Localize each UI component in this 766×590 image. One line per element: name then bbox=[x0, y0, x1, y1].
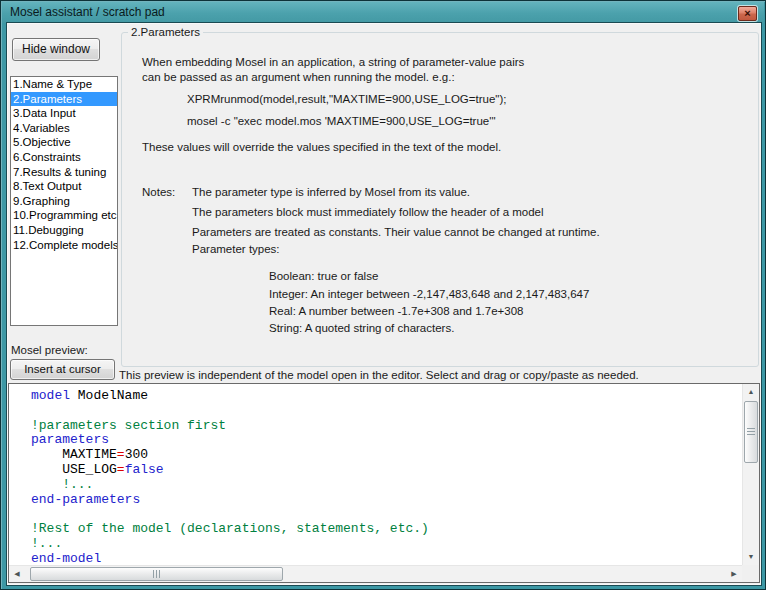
insert-at-cursor-button[interactable]: Insert at cursor bbox=[10, 359, 115, 380]
scroll-right-icon: ▶ bbox=[731, 570, 736, 577]
listbox-item-9[interactable]: 9.Graphing bbox=[11, 194, 117, 209]
listbox-item-5[interactable]: 5.Objective bbox=[11, 135, 117, 150]
scroll-down-icon: ▼ bbox=[748, 553, 755, 560]
scroll-right-button[interactable]: ▶ bbox=[726, 566, 742, 582]
type-real: Real: A number between -1.7e+308 and 1.7… bbox=[269, 304, 523, 319]
listbox-item-1[interactable]: 1.Name & Type bbox=[11, 77, 117, 92]
scrollbar-corner bbox=[742, 565, 759, 582]
close-icon: × bbox=[744, 7, 750, 19]
preview-hint: This preview is independent of the model… bbox=[119, 369, 639, 381]
groupbox-title: 2.Parameters bbox=[128, 26, 203, 38]
code-line: MAXTIME=300 bbox=[31, 448, 741, 463]
code-token-keyword: end-model bbox=[31, 551, 101, 565]
title-bar[interactable]: Mosel assistant / scratch pad × bbox=[2, 2, 764, 23]
code-token-comment: !... bbox=[31, 536, 62, 551]
thumb-grip-icon bbox=[153, 570, 161, 578]
note-line-4: Parameter types: bbox=[192, 242, 280, 257]
section-listbox[interactable]: 1.Name & Type2.Parameters3.Data Input4.V… bbox=[10, 76, 118, 326]
scroll-left-icon: ◀ bbox=[14, 570, 19, 577]
code-line: !Rest of the model (declarations, statem… bbox=[31, 522, 741, 537]
mosel-assistant-window: Mosel assistant / scratch pad × Hide win… bbox=[0, 0, 766, 590]
listbox-item-7[interactable]: 7.Results & tuning bbox=[11, 165, 117, 180]
notes-label: Notes: bbox=[142, 185, 175, 200]
vertical-scrollbar[interactable]: ▲ ▼ bbox=[742, 384, 759, 565]
code-token-keyword: false bbox=[125, 462, 164, 477]
code-editor[interactable]: model ModelName !parameters section firs… bbox=[9, 384, 741, 565]
example-api-call: XPRMrunmod(model,result,"MAXTIME=900,USE… bbox=[187, 92, 506, 107]
code-line: !... bbox=[31, 537, 741, 552]
intro-line-1: When embedding Mosel in an application, … bbox=[142, 55, 524, 70]
mosel-preview-label: Mosel preview: bbox=[11, 344, 88, 356]
code-token-plain: ModelName bbox=[70, 388, 148, 403]
vertical-scroll-thumb[interactable] bbox=[744, 401, 758, 463]
type-integer: Integer: An integer between -2,147,483,6… bbox=[269, 287, 589, 302]
code-token-operator: = bbox=[117, 447, 125, 462]
code-token-comment: !Rest of the model (declarations, statem… bbox=[31, 521, 429, 536]
code-token-keyword: parameters bbox=[31, 432, 109, 447]
horizontal-scrollbar[interactable]: ◀ ▶ bbox=[9, 565, 742, 582]
code-token-operator: = bbox=[117, 462, 125, 477]
scroll-up-button[interactable]: ▲ bbox=[743, 384, 759, 400]
scroll-down-button[interactable]: ▼ bbox=[743, 549, 759, 565]
note-line-2: The parameters block must immediately fo… bbox=[192, 205, 544, 220]
listbox-item-12[interactable]: 12.Complete models bbox=[11, 238, 117, 253]
code-line bbox=[31, 507, 741, 522]
code-line: parameters bbox=[31, 433, 741, 448]
code-token-comment: !... bbox=[31, 477, 93, 492]
type-string: String: A quoted string of characters. bbox=[269, 321, 454, 336]
type-boolean: Boolean: true or false bbox=[269, 269, 378, 284]
code-token-keyword: end-parameters bbox=[31, 492, 140, 507]
code-token-comment: !parameters section first bbox=[31, 418, 226, 433]
scroll-up-icon: ▲ bbox=[748, 388, 755, 395]
code-line: !parameters section first bbox=[31, 419, 741, 434]
close-button[interactable]: × bbox=[738, 6, 757, 21]
code-line: end-parameters bbox=[31, 493, 741, 508]
note-line-1: The parameter type is inferred by Mosel … bbox=[192, 185, 470, 200]
listbox-item-6[interactable]: 6.Constraints bbox=[11, 150, 117, 165]
listbox-item-3[interactable]: 3.Data Input bbox=[11, 106, 117, 121]
code-line: !... bbox=[31, 478, 741, 493]
intro-line-2: can be passed as an argument when runnin… bbox=[142, 70, 455, 85]
code-token-plain: USE_LOG bbox=[31, 462, 117, 477]
parameters-groupbox: 2.Parameters When embedding Mosel in an … bbox=[121, 32, 759, 367]
code-token-keyword: model bbox=[31, 388, 70, 403]
thumb-grip-icon bbox=[747, 428, 755, 436]
dialog-client-area: Hide window 1.Name & Type2.Parameters3.D… bbox=[7, 23, 761, 585]
code-token-plain: 300 bbox=[125, 447, 148, 462]
listbox-item-11[interactable]: 11.Debugging bbox=[11, 223, 117, 238]
listbox-item-10[interactable]: 10.Programming etc. bbox=[11, 208, 117, 223]
code-token-plain: MAXTIME bbox=[31, 447, 117, 462]
horizontal-scroll-thumb[interactable] bbox=[30, 567, 283, 581]
code-line: end-model bbox=[31, 552, 741, 565]
code-preview-panel: model ModelName !parameters section firs… bbox=[8, 383, 760, 583]
window-title: Mosel assistant / scratch pad bbox=[10, 2, 165, 23]
scroll-left-button[interactable]: ◀ bbox=[9, 566, 25, 582]
listbox-item-4[interactable]: 4.Variables bbox=[11, 121, 117, 136]
code-line: model ModelName bbox=[31, 389, 741, 404]
code-line: USE_LOG=false bbox=[31, 463, 741, 478]
code-line bbox=[31, 404, 741, 419]
hide-window-button[interactable]: Hide window bbox=[12, 38, 100, 61]
listbox-item-2[interactable]: 2.Parameters bbox=[11, 92, 117, 107]
listbox-item-8[interactable]: 8.Text Output bbox=[11, 179, 117, 194]
note-line-3: Parameters are treated as constants. The… bbox=[192, 225, 600, 240]
override-note: These values will override the values sp… bbox=[142, 140, 501, 155]
example-command-line: mosel -c "exec model.mos 'MAXTIME=900,US… bbox=[187, 114, 495, 129]
